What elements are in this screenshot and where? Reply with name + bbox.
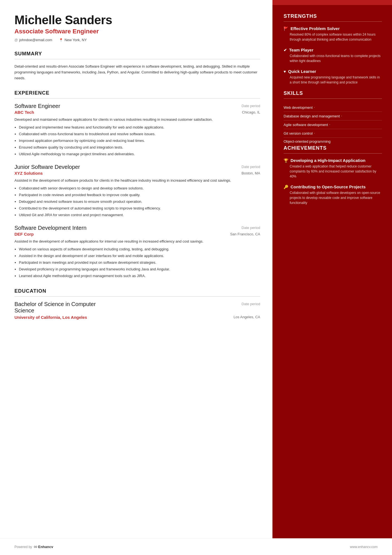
resume-container: Michelle Sanders Associate Software Engi…	[0, 0, 392, 555]
summary-text: Detail-oriented and results-driven Assoc…	[14, 64, 260, 81]
skill-label-1: Web development	[284, 105, 313, 110]
achievements-section: ACHIEVEMENTS 🏆 Developing a High-Impact …	[284, 145, 382, 205]
email-contact: @ johndoe@email.com	[14, 38, 52, 42]
bullet-item: Designed and implemented new features an…	[19, 124, 260, 130]
skill-label-3: Agile software development	[284, 123, 328, 127]
job-location-1: Chicago, IL	[242, 110, 260, 114]
achievement-header-1: 🏆 Developing a High-Impact Application	[284, 158, 382, 163]
job-location-2: Boston, MA	[242, 171, 260, 175]
candidate-name: Michelle Sanders	[14, 13, 260, 27]
strength-desc-1: Resolved 80% of complex software issues …	[284, 32, 382, 42]
candidate-title: Associate Software Engineer	[14, 28, 260, 35]
achievement-item-1: 🏆 Developing a High-Impact Application C…	[284, 158, 382, 179]
achievement-item-2: 🔑 Contributing to Open-Source Projects C…	[284, 184, 382, 205]
achievement-icon-2: 🔑	[284, 185, 288, 189]
strength-name-3: Quick Learner	[288, 69, 316, 74]
bullet-item: Collaborated with cross-functional teams…	[19, 131, 260, 137]
education-section: EDUCATION Bachelor of Science in Compute…	[14, 288, 260, 320]
edu-header-1: Bachelor of Science in Computer Science …	[14, 301, 260, 314]
bullet-item: Worked on various aspects of software de…	[19, 246, 260, 252]
top-accent-bar	[272, 0, 392, 5]
bullet-item: Ensured software quality by conducting u…	[19, 144, 260, 151]
bullet-item: Utilized Agile methodology to manage pro…	[19, 151, 260, 157]
edu-school-row-1: University of California, Los Angeles Lo…	[14, 314, 260, 320]
strengths-title: STRENGTHS	[284, 13, 382, 19]
summary-title: SUMMARY	[14, 51, 260, 57]
job-header-1: Software Engineer Date period	[14, 103, 260, 109]
strength-desc-3: Acquired new programming language and fr…	[284, 75, 382, 85]
job-desc-2: Assisted in the development of software …	[14, 178, 260, 184]
footer-website: www.enhancv.com	[350, 545, 378, 549]
edu-degree-1: Bachelor of Science in Computer Science	[14, 301, 109, 314]
summary-divider	[14, 59, 260, 59]
footer-brand: Powered by ∞ Enhancv	[14, 544, 53, 550]
skill-item-5: Object-oriented programming	[284, 138, 382, 145]
strength-item-3: ♥ Quick Learner Acquired new programming…	[284, 69, 382, 85]
footer: Powered by ∞ Enhancv www.enhancv.com	[0, 538, 392, 555]
job-bullets-2: Collaborated with senior developers to d…	[14, 185, 260, 218]
edu-block-1: Bachelor of Science in Computer Science …	[14, 301, 260, 320]
skill-label-2: Database design and management	[284, 114, 340, 118]
edu-location-1: Los Angeles, CA	[234, 315, 260, 319]
strength-header-1: 🚩 Effective Problem Solver	[284, 26, 382, 31]
job-title-2: Junior Software Developer	[14, 164, 80, 170]
job-block-3: Software Development Intern Date period …	[14, 225, 260, 279]
strength-item-2: ✔ Team Player Collaborated with cross-fu…	[284, 48, 382, 63]
achievement-icon-1: 🏆	[284, 158, 288, 163]
bullet-item: Collaborated with senior developers to d…	[19, 185, 260, 191]
strength-header-3: ♥ Quick Learner	[284, 69, 382, 74]
bullet-item: Assisted in the design and development o…	[19, 253, 260, 259]
bullet-item: Improved application performance by opti…	[19, 138, 260, 144]
strengths-divider	[284, 21, 382, 22]
job-header-3: Software Development Intern Date period	[14, 225, 260, 231]
skills-section: SKILLS Web development · Database design…	[284, 90, 382, 145]
bullet-item: Participated in code reviews and provide…	[19, 192, 260, 198]
strength-icon-1: 🚩	[284, 26, 288, 31]
achievement-name-2: Contributing to Open-Source Projects	[291, 184, 366, 189]
job-date-2: Date period	[242, 164, 260, 169]
email-value: johndoe@email.com	[19, 38, 52, 42]
skill-item-3: Agile software development ·	[284, 120, 382, 129]
left-column: Michelle Sanders Associate Software Engi…	[0, 0, 272, 538]
job-desc-1: Developed and maintained software applic…	[14, 117, 260, 123]
bullet-item: Learned about Agile methodology and proj…	[19, 273, 260, 279]
job-header-2: Junior Software Developer Date period	[14, 164, 260, 170]
experience-divider	[14, 98, 260, 98]
edu-date-1: Date period	[242, 301, 260, 314]
job-date-3: Date period	[242, 225, 260, 230]
job-company-1: ABC Tech	[14, 110, 34, 115]
skill-dot-2: ·	[341, 114, 342, 119]
job-block-1: Software Engineer Date period ABC Tech C…	[14, 103, 260, 157]
skills-divider	[284, 98, 382, 99]
achievements-title: ACHIEVEMENTS	[284, 145, 382, 151]
job-bullets-1: Designed and implemented new features an…	[14, 124, 260, 157]
achievement-desc-1: Created a web application that helped re…	[284, 164, 382, 179]
job-company-row-3: DEF Corp San Francisco, CA	[14, 232, 260, 236]
location-value: New York, NY	[64, 38, 87, 42]
bullet-item: Participated in team meetings and provid…	[19, 260, 260, 266]
achievement-desc-2: Collaborated with global software develo…	[284, 190, 382, 205]
experience-section: EXPERIENCE Software Engineer Date period…	[14, 90, 260, 279]
infinity-icon: ∞	[34, 544, 37, 550]
job-desc-3: Assisted in the development of software …	[14, 239, 260, 245]
header-section: Michelle Sanders Associate Software Engi…	[14, 13, 260, 42]
strength-icon-2: ✔	[284, 48, 287, 52]
job-title-3: Software Development Intern	[14, 225, 86, 231]
strength-desc-2: Collaborated with cross-functional teams…	[284, 53, 382, 63]
job-company-row-2: XYZ Solutions Boston, MA	[14, 171, 260, 176]
job-company-row-1: ABC Tech Chicago, IL	[14, 110, 260, 115]
strength-name-2: Team Player	[289, 48, 313, 52]
location-icon: 📍	[59, 38, 63, 42]
skill-item-2: Database design and management ·	[284, 112, 382, 120]
location-contact: 📍 New York, NY	[59, 38, 87, 42]
brand-name: Enhancv	[38, 545, 53, 549]
skill-label-4: Git version control	[284, 131, 313, 135]
education-title: EDUCATION	[14, 288, 260, 294]
job-bullets-3: Worked on various aspects of software de…	[14, 246, 260, 279]
strength-icon-3: ♥	[284, 69, 286, 74]
skill-item-4: Git version control ·	[284, 129, 382, 138]
achievements-divider	[284, 153, 382, 154]
bullet-item: Contributed to the development of automa…	[19, 205, 260, 211]
achievement-header-2: 🔑 Contributing to Open-Source Projects	[284, 184, 382, 189]
edu-school-1: University of California, Los Angeles	[14, 315, 87, 320]
